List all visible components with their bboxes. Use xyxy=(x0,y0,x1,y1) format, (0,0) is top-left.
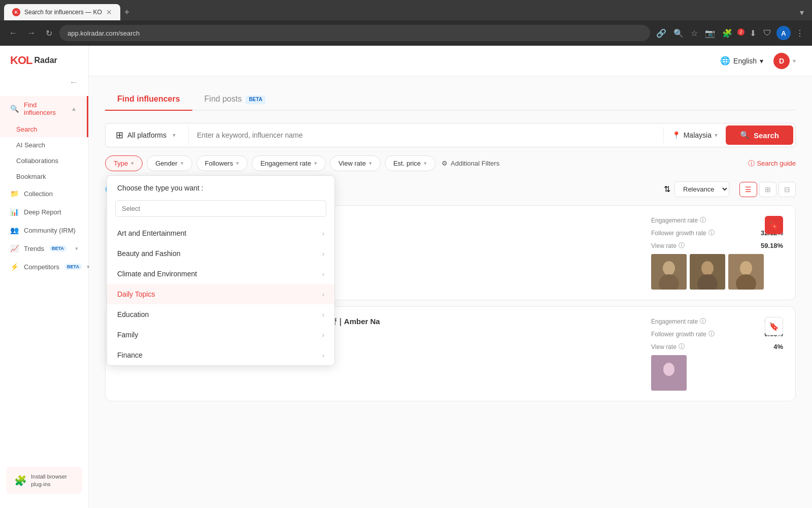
filter-type-btn[interactable]: Type ▾ xyxy=(105,155,143,171)
browser-actions: 🔗 🔍 ☆ 📷 🧩 2 ⬇ 🛡 A ⋮ xyxy=(654,26,806,40)
dropdown-item-family-label: Family xyxy=(117,331,138,339)
filters-row: Type ▾ Gender ▾ Followers ▾ Engagement r… xyxy=(105,155,796,171)
dropdown-item-daily[interactable]: Daily Topics › xyxy=(107,284,334,304)
location-selector[interactable]: 📍 Malaysia ▾ xyxy=(663,127,726,143)
location-chevron: ▾ xyxy=(715,132,718,139)
view-grid-lg-btn[interactable]: ⊟ xyxy=(779,182,796,197)
filter-engagement-label: Engagement rate xyxy=(260,160,311,167)
search-icon[interactable]: 🔍 xyxy=(671,26,686,40)
sidebar-label-competitors: Competitors xyxy=(24,263,59,271)
influencer-1-thumb-3 xyxy=(728,254,764,290)
filter-view-btn[interactable]: View rate ▾ xyxy=(330,155,381,171)
filter-type-label: Type xyxy=(114,160,128,167)
dropdown-header-text: Choose the type you want : xyxy=(107,176,334,196)
reload-btn[interactable]: ↻ xyxy=(43,25,55,41)
search-guide-label: Search guide xyxy=(757,160,796,167)
influencer-1-viewrate-label: View rate ⓘ xyxy=(651,241,685,250)
dropdown-item-art[interactable]: Art and Entertainment › xyxy=(107,223,334,243)
shield-icon[interactable]: 🛡 xyxy=(761,26,773,40)
sidebar-item-find-influencers[interactable]: 🔍 Find influencers ▲ xyxy=(0,96,88,121)
filter-gender-btn[interactable]: Gender ▾ xyxy=(147,155,192,171)
sidebar-item-deep-report[interactable]: 📊 Deep Report xyxy=(0,203,88,221)
dropdown-item-climate-label: Climate and Environment xyxy=(117,270,197,278)
dropdown-item-beauty[interactable]: Beauty and Fashion › xyxy=(107,243,334,264)
sidebar-label-find-influencers: Find influencers xyxy=(24,101,66,116)
search-input[interactable] xyxy=(189,127,663,143)
engagement-info-icon: ⓘ xyxy=(700,216,706,225)
filter-price-chevron: ▾ xyxy=(424,160,427,167)
influencer-2-bookmark-btn[interactable]: 🔖 xyxy=(765,317,783,335)
view-grid-sm-btn[interactable]: ⊞ xyxy=(759,182,776,197)
deep-report-icon: 📊 xyxy=(10,208,19,216)
trends-beta-badge: BETA xyxy=(49,245,66,251)
filter-followers-btn[interactable]: Followers ▾ xyxy=(196,155,248,171)
sidebar-item-competitors[interactable]: ⚡ Competitors BETA ▾ xyxy=(0,258,88,276)
browser-profile-avatar[interactable]: A xyxy=(776,26,791,40)
install-text: Install browser plug-ins xyxy=(31,473,74,488)
dropdown-item-education-label: Education xyxy=(117,310,149,319)
sidebar-item-collection[interactable]: 📁 Collection xyxy=(0,184,88,203)
language-selector[interactable]: 🌐 English ▾ xyxy=(720,56,763,66)
find-influencers-chevron: ▲ xyxy=(71,106,77,112)
search-button[interactable]: 🔍 Search xyxy=(726,125,793,145)
menu-icon[interactable]: ⋮ xyxy=(794,26,806,40)
user-menu[interactable]: D ▾ xyxy=(773,53,796,69)
influencer-1-viewrate-value: 59.18% xyxy=(761,242,783,249)
extensions-icon[interactable]: 🔗 xyxy=(654,26,668,40)
view-list-btn[interactable]: ☰ xyxy=(739,182,757,197)
community-icon: 👥 xyxy=(10,226,19,234)
browser-tab-active[interactable]: K Search for influencers — KO ✕ xyxy=(4,4,120,20)
page-tabs: Find influencers Find posts BETA xyxy=(105,88,796,111)
influencer-2-thumb-1 xyxy=(651,355,687,391)
user-chevron: ▾ xyxy=(793,57,796,65)
tab-find-posts-label: Find posts xyxy=(205,94,242,104)
filter-engagement-chevron: ▾ xyxy=(314,160,317,167)
browser-nav: ← → ↻ 🔗 🔍 ☆ 📷 🧩 2 ⬇ 🛡 A ⋮ xyxy=(0,20,812,46)
dropdown-item-finance[interactable]: Finance › xyxy=(107,345,334,365)
sidebar-item-search[interactable]: Search xyxy=(0,121,88,137)
forward-btn[interactable]: → xyxy=(24,25,39,41)
bookmark-star-icon[interactable]: ☆ xyxy=(689,26,700,40)
dropdown-search-input[interactable] xyxy=(115,200,326,217)
install-plugin-btn[interactable]: 🧩 Install browser plug-ins xyxy=(6,467,82,494)
platform-selector[interactable]: ⊞ All platforms ▾ xyxy=(108,125,189,145)
influencer-1-bookmark-btn[interactable]: 🔖 xyxy=(765,216,783,234)
sort-icon: ⇅ xyxy=(664,184,670,194)
sidebar-item-community[interactable]: 👥 Community (IRM) xyxy=(0,221,88,239)
sidebar-back-btn[interactable]: ← xyxy=(0,77,88,96)
tab-favicon: K xyxy=(12,8,20,16)
sidebar-item-bookmark[interactable]: Bookmark xyxy=(0,169,88,184)
sidebar-item-ai-search[interactable]: AI Search xyxy=(0,137,88,153)
sort-dropdown[interactable]: Relevance xyxy=(674,181,729,197)
sidebar-item-trends[interactable]: 📈 Trends BETA ▾ xyxy=(0,239,88,258)
dropdown-item-daily-chevron: › xyxy=(322,291,324,298)
url-bar[interactable] xyxy=(59,25,650,41)
tab-find-influencers[interactable]: Find influencers xyxy=(105,88,192,111)
influencer-1-engagement-row: Engagement rate ⓘ 1.63% xyxy=(651,216,783,225)
filter-followers-chevron: ▾ xyxy=(236,160,239,167)
new-tab-btn[interactable]: + xyxy=(120,4,134,20)
dropdown-item-family[interactable]: Family › xyxy=(107,325,334,345)
svg-point-16 xyxy=(663,363,674,376)
dropdown-item-education[interactable]: Education › xyxy=(107,304,334,325)
platform-chevron: ▾ xyxy=(173,132,176,139)
globe-icon: 🌐 xyxy=(720,56,730,66)
tab-end-btn[interactable]: ▾ xyxy=(796,4,808,20)
filter-price-btn[interactable]: Est. price ▾ xyxy=(385,155,435,171)
tab-find-posts[interactable]: Find posts BETA xyxy=(192,88,278,111)
back-btn[interactable]: ← xyxy=(6,25,20,41)
tab-close-btn[interactable]: ✕ xyxy=(106,8,112,16)
additional-filters-btn[interactable]: ⚙ Additional Filters xyxy=(442,160,499,167)
dropdown-item-climate[interactable]: Climate and Environment › xyxy=(107,264,334,284)
extension-puzzle-icon[interactable]: 🧩 xyxy=(720,26,734,40)
competitors-beta-badge: BETA xyxy=(64,264,82,270)
dropdown-item-art-label: Art and Entertainment xyxy=(117,229,186,237)
sidebar: KOL Radar ← 🔍 Find influencers ▲ Search … xyxy=(0,46,89,508)
download-icon[interactable]: ⬇ xyxy=(748,26,758,40)
influencer-2-engagement-row: Engagement rate ⓘ 0.36% xyxy=(651,317,783,326)
search-btn-label: Search xyxy=(754,131,779,140)
screenshot-icon[interactable]: 📷 xyxy=(703,26,717,40)
sidebar-item-collaborations[interactable]: Collaborations xyxy=(0,153,88,169)
filter-engagement-btn[interactable]: Engagement rate ▾ xyxy=(252,155,326,171)
search-guide-link[interactable]: ⓘ Search guide xyxy=(748,159,796,168)
